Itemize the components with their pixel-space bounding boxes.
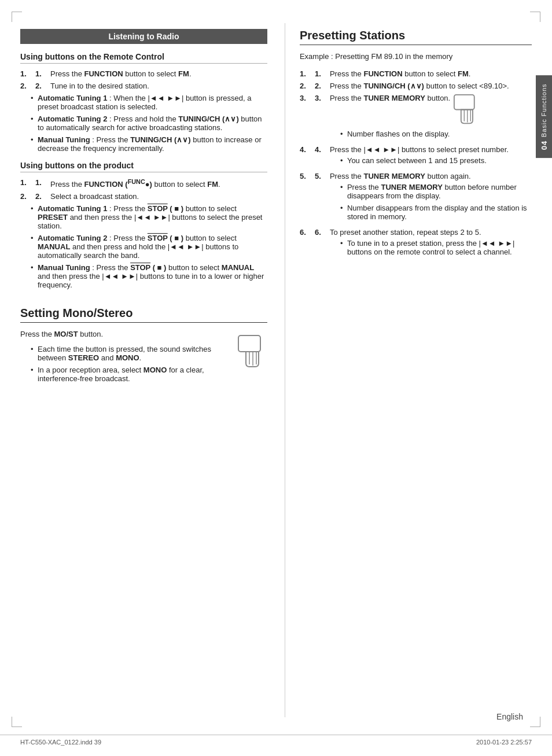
english-label: English [496,712,523,721]
list-item: Automatic Tuning 1 : When the |◄◄ ►►| bu… [31,94,267,111]
hand-icon-mono-stereo [235,334,267,371]
list-num: 4. [315,145,327,154]
corner-tr [530,12,540,22]
item5-text: Press the TUNER MEMORY button again. [330,172,471,180]
list-item: 2. Tune in to the desired station. [20,82,267,90]
item6-area: To preset another station, repeat steps … [330,228,532,260]
list-item: You can select between 1 and 15 presets. [340,156,509,165]
item3-row: Press the TUNER MEMORY button. [330,94,482,127]
list-text: Press the FUNCTION (FUNC●) button to sel… [50,178,220,189]
list-item: Number disappears from the display and t… [340,204,532,221]
product-sub-list: Automatic Tuning 1 : Press the STOP ( ■ … [20,204,267,289]
list-item: Automatic Tuning 2 : Press and hold the … [31,115,267,132]
list-item: 1. Press the FUNCTION button to select F… [20,69,267,78]
list-item: 5. Press the TUNER MEMORY button again. … [300,172,532,224]
mono-stereo-content: Press the MO/ST button. Each time the bu… [20,329,267,386]
list-text: Tune in to the desired station. [50,82,149,90]
list-item: To tune in to a preset station, press th… [340,239,532,256]
list-item: Automatic Tuning 2 : Press the STOP ( ■ … [31,234,267,260]
list-num: 2. [35,82,48,90]
mono-stereo-text-area: Press the MO/ST button. Each time the bu… [20,329,230,386]
list-num: 1. [315,69,327,78]
side-tab: 04 Basic Functions [536,75,552,158]
presetting-example: Example : Presetting FM 89.10 in the mem… [300,51,532,62]
list-item: 4. Press the |◄◄ ►►| buttons to select p… [300,145,532,168]
list-text: Press the FUNCTION button to select FM. [50,69,192,78]
footer-right: 2010-01-23 2:25:57 [476,739,532,746]
svg-rect-0 [238,335,260,352]
remote-control-list: 1. Press the FUNCTION button to select F… [20,69,267,90]
mono-stereo-title: Setting Mono/Stereo [20,307,267,323]
content-area: Listening to Radio Using buttons on the … [20,23,532,717]
list-num: 2. [35,192,48,201]
listening-to-radio-header: Listening to Radio [20,29,267,44]
list-item: Press the TUNER MEMORY button before num… [340,183,532,200]
list-item: Number flashes on the display. [340,130,482,138]
mono-stereo-list: Each time the button is pressed, the sou… [20,345,230,383]
hand-svg-2 [450,94,482,126]
item6-sub: To tune in to a preset station, press th… [330,239,532,256]
list-item: Manual Tuning : Press the TUNING/CH (∧∨)… [31,135,267,153]
list-item: Automatic Tuning 1 : Press the STOP ( ■ … [31,204,267,230]
item3-text: Press the TUNER MEMORY button. [330,94,450,102]
item4-area: Press the |◄◄ ►►| buttons to select pres… [330,145,509,168]
hand-svg [235,334,267,369]
list-item: Each time the button is pressed, the sou… [31,345,230,362]
list-item: 6. To preset another station, repeat ste… [300,228,532,260]
remote-control-title: Using buttons on the Remote Control [20,52,267,64]
list-num: 3. [315,94,327,102]
left-column: Listening to Radio Using buttons on the … [20,23,285,717]
list-item: 1. Press the FUNCTION (FUNC●) button to … [20,178,267,189]
product-buttons-title: Using buttons on the product [20,161,267,172]
svg-rect-4 [454,94,474,109]
list-num: 6. [315,228,327,237]
right-column: Presetting Stations Example : Presetting… [285,23,532,717]
list-num: 1. [35,69,48,78]
tab-number: 04 [540,141,549,150]
item6-text: To preset another station, repeat steps … [330,228,481,237]
tab-label: Basic Functions [540,83,547,137]
list-item: 1. Press the FUNCTION button to select F… [300,69,532,78]
list-text: Select a broadcast station. [50,192,139,201]
item5-area: Press the TUNER MEMORY button again. Pre… [330,172,532,224]
item5-sub: Press the TUNER MEMORY button before num… [330,183,532,221]
list-text-with-sub: Press the TUNER MEMORY button. [330,94,482,142]
list-num: 5. [315,172,327,180]
item4-sub: You can select between 1 and 15 presets. [330,156,509,165]
presetting-title: Presetting Stations [300,29,532,45]
product-list: 1. Press the FUNCTION (FUNC●) button to … [20,178,267,201]
corner-tl [12,12,22,22]
list-item: 2. Press the TUNING/CH (∧∨) button to se… [300,82,532,90]
footer: HT-C550-XAC_0122.indd 39 2010-01-23 2:25… [0,735,552,746]
list-item: 3. Press the TUNER MEMORY button. [300,94,532,142]
corner-br [530,717,540,727]
list-item: In a poor reception area, select MONO fo… [31,366,230,383]
footer-left: HT-C550-XAC_0122.indd 39 [20,739,101,746]
page-container: 04 Basic Functions Listening to Radio Us… [0,0,552,756]
list-num: 1. [35,178,48,187]
list-num: 2. [315,82,327,90]
item3-sub: Number flashes on the display. [330,130,482,138]
list-text: Press the FUNCTION button to select FM. [330,69,471,78]
list-item: 2. Select a broadcast station. [20,192,267,201]
hand-icon-preset [450,94,482,127]
mono-stereo-section: Setting Mono/Stereo Press the MO/ST butt… [20,307,267,386]
mono-stereo-intro: Press the MO/ST button. [20,329,230,340]
corner-bl [12,717,22,727]
item4-text: Press the |◄◄ ►►| buttons to select pres… [330,145,509,154]
list-item: Manual Tuning : Press the STOP ( ■ ) but… [31,263,267,289]
presetting-list: 1. Press the FUNCTION button to select F… [300,69,532,260]
remote-sub-list: Automatic Tuning 1 : When the |◄◄ ►►| bu… [20,94,267,153]
list-text: Press the TUNING/CH (∧∨) button to selec… [330,82,509,90]
